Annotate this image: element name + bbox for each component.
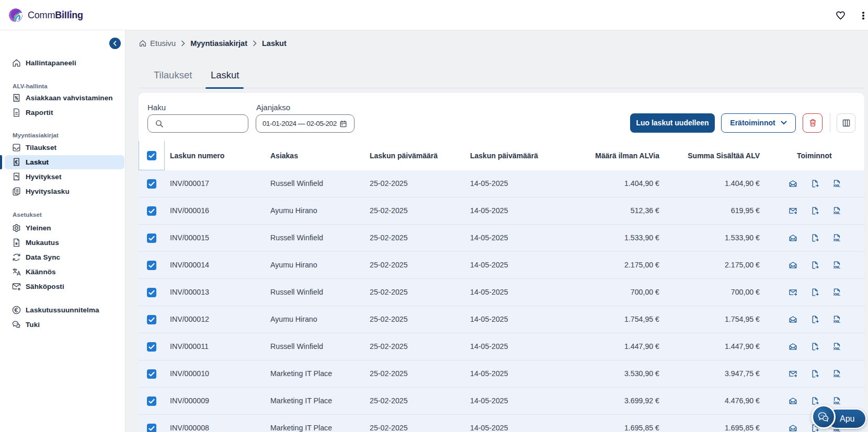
svg-text:XML: XML: [833, 238, 840, 242]
svg-text:XML: XML: [833, 265, 840, 269]
svg-text:XML: XML: [833, 211, 840, 215]
svg-text:XML: XML: [833, 374, 840, 378]
svg-text:XML: XML: [833, 320, 840, 323]
svg-text:XML: XML: [833, 401, 840, 405]
svg-text:XML: XML: [833, 184, 840, 188]
svg-text:XML: XML: [833, 293, 840, 296]
svg-text:XML: XML: [833, 347, 840, 351]
